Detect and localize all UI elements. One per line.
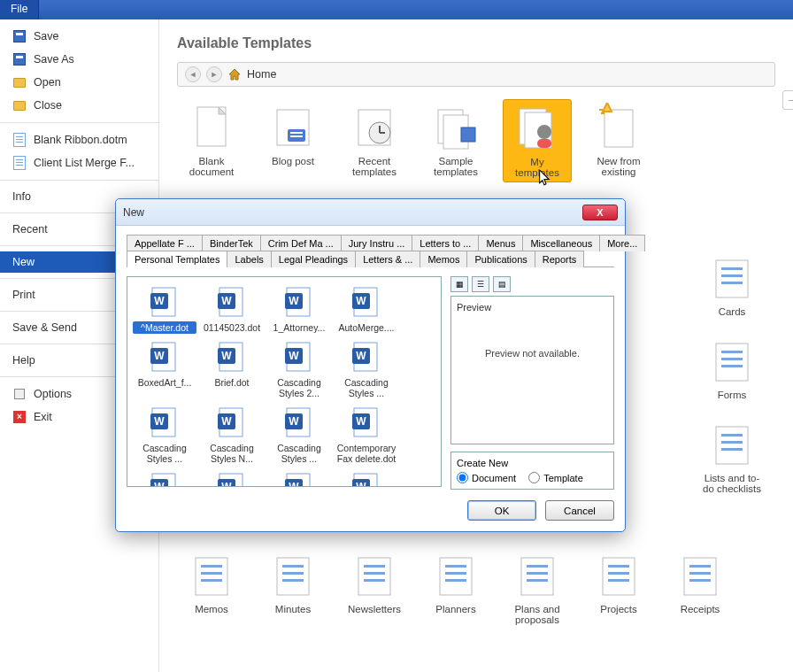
template-label: Planners	[425, 604, 487, 614]
dialog-tab[interactable]: Personal Templates	[127, 251, 227, 267]
recent-file[interactable]: Blank Ribbon.dotm	[0, 128, 158, 151]
word-doc-icon: W	[349, 284, 384, 320]
svg-rect-56	[689, 579, 711, 582]
template-item[interactable]: My templates	[503, 99, 572, 182]
svg-text:W: W	[154, 481, 165, 487]
template-item[interactable]: Lists and to-do checklists	[697, 416, 766, 498]
dialog-tab[interactable]: BinderTek	[202, 235, 261, 251]
sidebar-open[interactable]: Open	[0, 71, 158, 94]
dialog-body: Appellate F ...BinderTekCrim Def Ma ...J…	[116, 226, 625, 531]
sidebar-close[interactable]: Close	[0, 94, 158, 117]
ok-button[interactable]: OK	[467, 500, 536, 521]
template-file-item[interactable]: WBoxedArt_f...	[131, 337, 198, 401]
svg-point-14	[537, 125, 551, 139]
svg-rect-34	[282, 565, 304, 568]
template-label: My templates	[507, 157, 567, 178]
file-list-pane[interactable]: W^Master.dotW01145023.dotW1_Attorney...W…	[127, 276, 442, 487]
recent-file[interactable]: Client List Merge F...	[0, 151, 158, 174]
file-name: AutoMerge....	[335, 321, 398, 334]
word-doc-icon: W	[281, 470, 317, 487]
radio-document-input[interactable]	[457, 472, 468, 483]
nav-back-button[interactable]: ◄	[185, 66, 201, 82]
template-item[interactable]: New from existing	[584, 99, 653, 182]
breadcrumb-home[interactable]: Home	[247, 68, 276, 81]
dialog-tab[interactable]: Labels	[227, 251, 271, 267]
svg-rect-28	[721, 448, 743, 451]
template-file-item[interactable]: WCascading Styles ...	[131, 403, 198, 467]
template-file-item[interactable]: W1_Attorney...	[266, 282, 333, 336]
dialog-close-button[interactable]: X	[582, 205, 618, 220]
sidebar-save[interactable]: Save	[0, 25, 158, 48]
template-item[interactable]: Plans and proposals	[503, 547, 572, 629]
radio-document[interactable]: Document	[457, 472, 516, 483]
template-file-item[interactable]: WBrief.dot	[198, 337, 266, 401]
dialog-tab[interactable]: Appellate F ...	[127, 235, 203, 251]
dialog-tab[interactable]: Crim Def Ma ...	[260, 235, 342, 251]
dialog-tab[interactable]: Miscellaneous	[522, 235, 600, 251]
breadcrumb-bar: ◄ ► Home	[177, 62, 775, 87]
template-item[interactable]: Planners	[421, 547, 490, 629]
template-file-item[interactable]: WCascading Styles N...	[198, 403, 266, 467]
sidebar-label: Info	[12, 190, 31, 203]
dialog-titlebar[interactable]: New X	[116, 199, 625, 226]
template-item[interactable]: Blank document	[177, 99, 246, 182]
radio-template[interactable]: Template	[528, 472, 583, 483]
file-tab[interactable]: File	[0, 0, 39, 19]
create-new-label: Create New	[457, 458, 608, 468]
dialog-tab[interactable]: Letters & ...	[355, 251, 420, 267]
svg-rect-47	[527, 572, 548, 575]
scroll-right-button[interactable]: →	[782, 90, 793, 110]
nav-forward-button[interactable]: ►	[206, 66, 222, 82]
dialog-tab[interactable]: Legal Pleadings	[271, 251, 356, 267]
view-list[interactable]: ☰	[472, 276, 489, 292]
word-doc-icon: W	[281, 339, 317, 375]
template-item[interactable]: Cards	[697, 250, 766, 321]
template-file-item[interactable]: W01145023.dot	[198, 282, 266, 336]
template-item[interactable]: Forms	[697, 333, 766, 404]
cancel-button[interactable]: Cancel	[545, 500, 614, 521]
dialog-tab[interactable]: More...	[599, 235, 645, 251]
template-file-item[interactable]: WCascading Styles ...	[266, 403, 333, 467]
svg-text:W: W	[289, 350, 299, 362]
svg-rect-39	[364, 572, 385, 575]
template-file-item[interactable]: W	[266, 468, 333, 487]
template-item[interactable]: Newsletters	[340, 547, 409, 629]
template-item[interactable]: Minutes	[258, 547, 327, 629]
template-item[interactable]: Memos	[177, 547, 246, 629]
svg-rect-18	[721, 267, 743, 270]
template-file-item[interactable]: W^Master.dot	[131, 282, 198, 336]
folder-icon	[12, 98, 27, 112]
home-icon	[227, 68, 242, 81]
template-item[interactable]: Sample templates	[421, 99, 490, 182]
view-details[interactable]: ▤	[493, 276, 511, 292]
sidebar-save-as[interactable]: Save As	[0, 48, 158, 71]
dialog-tab[interactable]: Letters to ...	[412, 235, 479, 251]
svg-rect-20	[721, 282, 743, 284]
preview-box: Preview Preview not available.	[450, 296, 614, 444]
template-file-item[interactable]: W	[198, 468, 266, 487]
sidebar-label: New	[12, 256, 35, 268]
template-file-item[interactable]: W	[333, 468, 400, 487]
dialog-tab[interactable]: Publications	[466, 251, 535, 267]
dialog-tab[interactable]: Reports	[535, 251, 585, 267]
template-item[interactable]: Recent templates	[340, 99, 409, 182]
dialog-tab[interactable]: Memos	[420, 251, 467, 267]
template-file-item[interactable]: WAutoMerge....	[333, 282, 400, 336]
dialog-tab[interactable]: Jury Instru ...	[341, 235, 413, 251]
sidebar-label: Close	[34, 99, 62, 112]
template-file-item[interactable]: WContemporary Fax delete.dot	[333, 403, 400, 467]
template-file-item[interactable]: WCascading Styles 2...	[266, 337, 333, 401]
template-file-item[interactable]: WCascading Styles ...	[333, 337, 400, 401]
template-item[interactable]: Projects	[584, 547, 653, 629]
doc-icon	[12, 156, 27, 170]
section-title: Available Templates	[177, 35, 775, 51]
view-large-icons[interactable]: ▦	[450, 276, 468, 292]
radio-template-input[interactable]	[528, 472, 540, 483]
svg-rect-21	[716, 344, 748, 381]
template-item[interactable]: Receipts	[666, 547, 735, 629]
template-file-item[interactable]: W	[131, 468, 198, 487]
file-name: Cascading Styles ...	[335, 376, 398, 399]
dialog-tab[interactable]: Menus	[478, 235, 523, 251]
template-item[interactable]: Blog post	[258, 99, 327, 182]
svg-rect-19	[721, 274, 743, 277]
